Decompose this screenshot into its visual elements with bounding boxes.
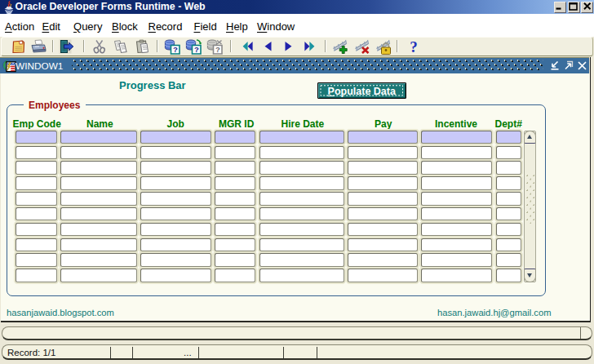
svg-text:?: ? [215,45,220,54]
svg-text:?: ? [410,39,418,55]
svg-text:?: ? [173,45,178,54]
svg-text:?: ? [194,45,199,54]
